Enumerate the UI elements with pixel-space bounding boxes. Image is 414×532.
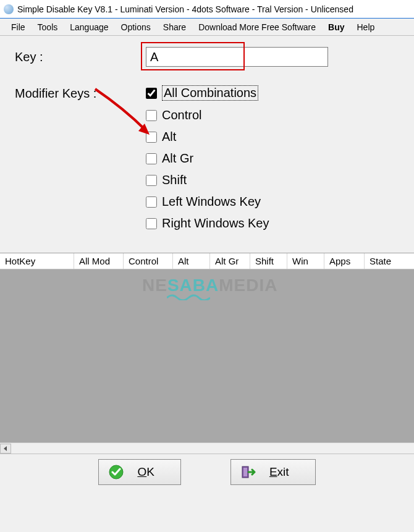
checkbox-input-right-windows[interactable] bbox=[146, 218, 157, 229]
row-key: Key : bbox=[15, 47, 399, 67]
checkbox-control[interactable]: Control bbox=[146, 108, 269, 122]
menubar: File Tools Language Options Share Downlo… bbox=[0, 19, 414, 36]
col-alt[interactable]: Alt bbox=[173, 253, 210, 269]
scroll-left-button[interactable] bbox=[0, 444, 11, 454]
checkbox-label: Shift bbox=[162, 173, 187, 187]
col-hotkey[interactable]: HotKey bbox=[0, 253, 74, 269]
titlebar: Simple Disable Key V8.1 - Luminati Versi… bbox=[0, 0, 414, 19]
menu-share[interactable]: Share bbox=[163, 22, 186, 32]
checkbox-label: Alt bbox=[162, 130, 176, 144]
checkbox-input-shift[interactable] bbox=[146, 175, 157, 186]
svg-rect-4 bbox=[243, 468, 247, 476]
checkbox-alt[interactable]: Alt bbox=[146, 130, 269, 144]
menu-help[interactable]: Help bbox=[357, 22, 374, 32]
col-altgr[interactable]: Alt Gr bbox=[210, 253, 250, 269]
checkbox-input-all-combinations[interactable] bbox=[146, 88, 157, 99]
checkbox-label: Control bbox=[162, 108, 201, 122]
menu-language[interactable]: Language bbox=[70, 22, 108, 32]
checkbox-right-windows[interactable]: Right Windows Key bbox=[146, 216, 269, 230]
ok-button-label: OK bbox=[137, 465, 154, 479]
checkbox-input-altgr[interactable] bbox=[146, 153, 157, 164]
col-allmod[interactable]: All Mod bbox=[74, 253, 124, 269]
window-title: Simple Disable Key V8.1 - Luminati Versi… bbox=[17, 4, 353, 14]
checkbox-altgr[interactable]: Alt Gr bbox=[146, 151, 269, 166]
ok-button[interactable]: OK bbox=[98, 459, 180, 485]
checkbox-label: Left Windows Key bbox=[162, 195, 261, 209]
bottom-bar: OK Exit bbox=[0, 454, 414, 489]
checkbox-input-alt[interactable] bbox=[146, 132, 157, 143]
col-apps[interactable]: Apps bbox=[324, 253, 365, 269]
col-state[interactable]: State bbox=[365, 253, 414, 269]
exit-door-icon bbox=[241, 465, 256, 479]
menu-options[interactable]: Options bbox=[121, 22, 151, 32]
row-modifier-keys: Modifier Keys : All Combinations Control… bbox=[15, 85, 399, 230]
checkbox-label: Alt Gr bbox=[162, 151, 193, 166]
menu-file[interactable]: File bbox=[11, 22, 25, 32]
checkbox-shift[interactable]: Shift bbox=[146, 173, 269, 187]
col-control[interactable]: Control bbox=[124, 253, 173, 269]
ok-check-icon bbox=[109, 465, 124, 479]
exit-button-label: Exit bbox=[269, 465, 289, 479]
checkbox-input-left-windows[interactable] bbox=[146, 196, 157, 208]
form-area: Key : Modifier Keys : All Combinations C… bbox=[0, 36, 414, 235]
exit-button[interactable]: Exit bbox=[230, 459, 316, 485]
horizontal-scrollbar[interactable] bbox=[0, 442, 414, 454]
checkbox-all-combinations[interactable]: All Combinations bbox=[146, 85, 269, 101]
checkbox-label: Right Windows Key bbox=[162, 216, 269, 230]
key-input[interactable] bbox=[146, 47, 328, 67]
modifier-keys-label: Modifier Keys : bbox=[15, 85, 146, 101]
checkbox-label: All Combinations bbox=[162, 85, 258, 101]
menu-tools[interactable]: Tools bbox=[38, 22, 58, 32]
col-shift[interactable]: Shift bbox=[250, 253, 287, 269]
table-header: HotKey All Mod Control Alt Alt Gr Shift … bbox=[0, 253, 414, 269]
table-body[interactable] bbox=[0, 269, 414, 442]
menu-download[interactable]: Download More Free Software bbox=[198, 22, 316, 32]
col-win[interactable]: Win bbox=[287, 253, 324, 269]
app-icon bbox=[4, 4, 14, 14]
chevron-left-icon bbox=[3, 446, 8, 451]
key-label: Key : bbox=[15, 50, 146, 64]
table-area: HotKey All Mod Control Alt Alt Gr Shift … bbox=[0, 253, 414, 454]
checkbox-left-windows[interactable]: Left Windows Key bbox=[146, 195, 269, 209]
menu-buy[interactable]: Buy bbox=[328, 22, 344, 32]
svg-marker-1 bbox=[4, 446, 7, 451]
checkbox-input-control[interactable] bbox=[146, 110, 157, 121]
